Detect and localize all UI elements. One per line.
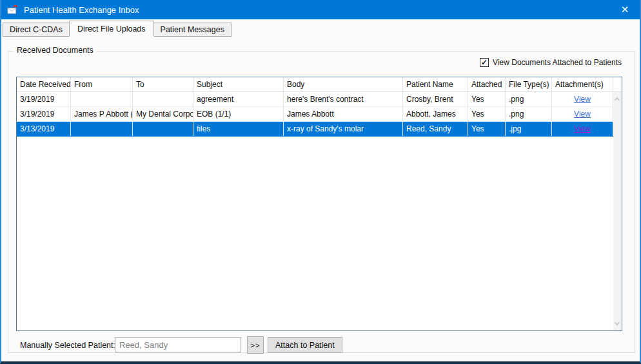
tab-direct-file-uploads[interactable]: Direct File Uploads (69, 21, 154, 37)
cell-file-types: .png (506, 92, 552, 106)
scroll-down-icon[interactable] (615, 320, 620, 325)
documents-table: Date ReceivedFromToSubjectBodyPatient Na… (16, 77, 622, 331)
view-link[interactable]: View (574, 95, 591, 104)
cell-from: James P Abbott ( (71, 107, 133, 121)
scroll-up-icon[interactable] (615, 97, 620, 102)
close-button[interactable]: ✕ (610, 0, 640, 19)
cell-patient-name: Crosby, Brent (403, 92, 468, 106)
received-documents-group: Received Documents ✓ View Documents Atta… (8, 51, 635, 353)
cell-subject: EOB (1/1) (193, 107, 284, 121)
titlebar: Patient Health Exchange Inbox ✕ (1, 0, 640, 19)
cell-date-received: 3/13/2019 (17, 122, 71, 136)
manually-selected-patient-input[interactable] (115, 337, 241, 352)
cell-date-received: 3/19/2019 (17, 92, 71, 106)
cell-attached: Yes (468, 122, 506, 136)
vertical-scrollbar[interactable] (613, 92, 622, 330)
mail-exchange-icon (7, 5, 19, 15)
close-icon: ✕ (621, 4, 629, 15)
cell-from (71, 122, 133, 136)
cell-date-received: 3/19/2019 (17, 107, 71, 121)
column-header-file-types[interactable]: File Type(s) (506, 77, 552, 91)
attach-to-patient-button[interactable]: Attach to Patient (268, 337, 342, 353)
cell-patient-name: Reed, Sandy (403, 122, 468, 136)
column-header-to[interactable]: To (133, 77, 193, 91)
view-link[interactable]: View (574, 124, 591, 133)
table-row[interactable]: 3/19/2019James P Abbott (My Dental Corpo… (17, 107, 622, 122)
cell-to (133, 122, 193, 136)
cell-body: James Abbott (284, 107, 403, 121)
cell-attached: Yes (468, 107, 506, 121)
column-header-attached[interactable]: Attached (468, 77, 506, 91)
cell-file-types: .png (506, 107, 552, 121)
cell-subject: agreement (193, 92, 284, 106)
column-header-body[interactable]: Body (284, 77, 403, 91)
cell-attachment: View (552, 107, 613, 121)
cell-subject: files (193, 122, 284, 136)
cell-to (133, 92, 193, 106)
column-header-date-received[interactable]: Date Received (17, 77, 71, 91)
column-header-attachment[interactable]: Attachment(s) (552, 77, 613, 91)
cell-body: x-ray of Sandy's molar (284, 122, 403, 136)
cell-from (71, 92, 133, 106)
tab-patient-messages[interactable]: Patient Messages (153, 23, 232, 37)
patient-health-exchange-window: Patient Health Exchange Inbox ✕ Direct C… (0, 0, 641, 364)
view-attached-checkbox[interactable]: ✓ (480, 58, 489, 67)
cell-patient-name: Abbott, James (403, 107, 468, 121)
cell-file-types: .jpg (506, 122, 552, 136)
cell-attached: Yes (468, 92, 506, 106)
manually-selected-patient-label: Manually Selected Patient: (20, 341, 115, 350)
group-title: Received Documents (14, 46, 97, 55)
documents-table-header: Date ReceivedFromToSubjectBodyPatient Na… (17, 77, 622, 92)
table-row[interactable]: 3/19/2019agreementhere's Brent's contrac… (17, 92, 622, 107)
view-attached-label: View Documents Attached to Patients (493, 58, 622, 67)
view-attached-filter: ✓ View Documents Attached to Patients (480, 58, 622, 67)
documents-table-body: 3/19/2019agreementhere's Brent's contrac… (17, 92, 622, 137)
tab-direct-c-cdas[interactable]: Direct C-CDAs (3, 23, 70, 37)
transfer-patient-button[interactable]: >> (247, 336, 264, 354)
cell-attachment: View (552, 122, 613, 136)
column-header-from[interactable]: From (71, 77, 133, 91)
window-title: Patient Health Exchange Inbox (24, 5, 139, 15)
table-row[interactable]: 3/13/2019filesx-ray of Sandy's molarReed… (17, 122, 622, 137)
cell-to: My Dental Corpo (133, 107, 193, 121)
column-header-patient-name[interactable]: Patient Name (403, 77, 468, 91)
column-header-subject[interactable]: Subject (193, 77, 284, 91)
tabstrip: Direct C-CDAsDirect File UploadsPatient … (3, 21, 232, 37)
cell-attachment: View (552, 92, 613, 106)
view-link[interactable]: View (574, 110, 591, 119)
cell-body: here's Brent's contract (284, 92, 403, 106)
